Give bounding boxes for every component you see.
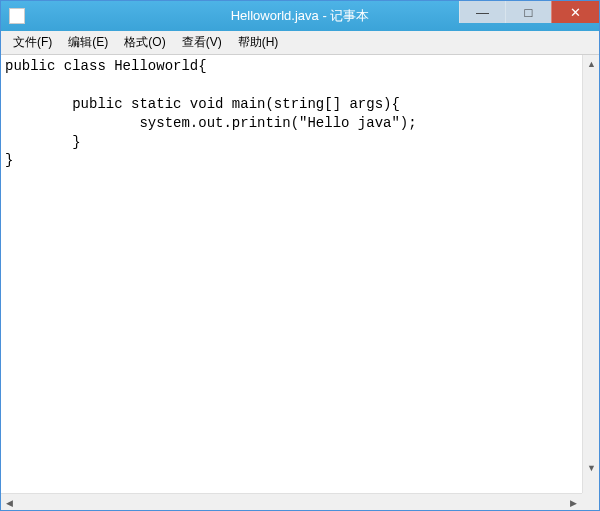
window-title: Helloworld.java - 记事本 <box>231 7 370 25</box>
menu-file[interactable]: 文件(F) <box>5 31 60 54</box>
menu-view[interactable]: 查看(V) <box>174 31 230 54</box>
horizontal-scrollbar[interactable]: ◀ ▶ <box>1 493 582 510</box>
window-controls: — □ ✕ <box>459 1 599 31</box>
content-area: public class Helloworld{ public static v… <box>1 55 582 493</box>
scroll-down-icon[interactable]: ▼ <box>583 459 599 476</box>
content-wrap: public class Helloworld{ public static v… <box>1 55 599 510</box>
menu-edit[interactable]: 编辑(E) <box>60 31 116 54</box>
app-icon <box>9 8 25 24</box>
minimize-button[interactable]: — <box>459 1 505 23</box>
scroll-corner <box>582 493 599 510</box>
menu-help[interactable]: 帮助(H) <box>230 31 287 54</box>
scroll-up-icon[interactable]: ▲ <box>583 55 599 72</box>
close-button[interactable]: ✕ <box>551 1 599 23</box>
text-editor[interactable]: public class Helloworld{ public static v… <box>1 55 582 493</box>
vertical-scrollbar[interactable]: ▲ ▼ <box>582 55 599 493</box>
maximize-button[interactable]: □ <box>505 1 551 23</box>
titlebar[interactable]: Helloworld.java - 记事本 — □ ✕ <box>1 1 599 31</box>
scroll-left-icon[interactable]: ◀ <box>1 494 18 510</box>
notepad-window: Helloworld.java - 记事本 — □ ✕ 文件(F) 编辑(E) … <box>0 0 600 511</box>
menubar: 文件(F) 编辑(E) 格式(O) 查看(V) 帮助(H) <box>1 31 599 55</box>
menu-format[interactable]: 格式(O) <box>116 31 173 54</box>
scroll-right-icon[interactable]: ▶ <box>565 494 582 510</box>
